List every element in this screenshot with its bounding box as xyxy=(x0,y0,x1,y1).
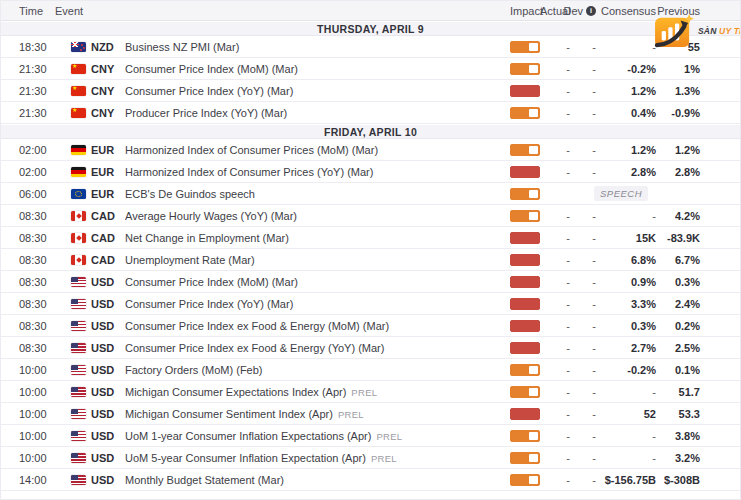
consensus-value: 1.2% xyxy=(596,144,656,156)
previous-value: $-308B xyxy=(656,474,700,486)
previous-value: -83.9K xyxy=(656,232,700,244)
impact-empty-segment xyxy=(529,190,538,198)
bar-chart-arrow-icon xyxy=(654,13,694,49)
consensus-value: 1.2% xyxy=(596,85,656,97)
previous-value: 2.5% xyxy=(656,342,700,354)
event-name: Consumer Price Index (YoY) (Mar) xyxy=(125,298,490,310)
event-row[interactable]: 10:00USDUoM 1-year Consumer Inflation Ex… xyxy=(1,425,740,447)
event-row[interactable]: 02:00EURHarmonized Index of Consumer Pri… xyxy=(1,139,740,161)
impact-high-indicator xyxy=(510,408,540,420)
previous-value: -0.9% xyxy=(656,107,700,119)
event-row[interactable]: 10:00USDMichigan Consumer Sentiment Inde… xyxy=(1,403,740,425)
event-row[interactable]: 08:30USDConsumer Price Index ex Food & E… xyxy=(1,315,740,337)
event-time: 10:00 xyxy=(19,452,55,464)
event-row[interactable]: 02:00EURHarmonized Index of Consumer Pri… xyxy=(1,161,740,183)
event-name-text: Unemployment Rate (Mar) xyxy=(125,254,255,266)
prel-badge: PREL xyxy=(371,453,397,464)
us-flag-icon xyxy=(71,365,86,375)
event-name: Michigan Consumer Expectations Index (Ap… xyxy=(125,386,490,398)
event-row[interactable]: 08:30USDConsumer Price Index (MoM) (Mar)… xyxy=(1,271,740,293)
previous-value: 53.3 xyxy=(656,408,700,420)
impact-high-indicator xyxy=(510,254,540,266)
impact-cell xyxy=(490,210,540,222)
actual-value: - xyxy=(540,474,570,486)
event-name: Business NZ PMI (Mar) xyxy=(125,41,490,53)
consensus-value: - xyxy=(596,430,656,442)
event-row[interactable]: 08:30CADUnemployment Rate (Mar)--6.8%6.7… xyxy=(1,249,740,271)
event-row[interactable]: 14:00USDMonthly Budget Statement (Mar)--… xyxy=(1,469,740,491)
consensus-value: 15K xyxy=(596,232,656,244)
impact-medium-indicator xyxy=(510,452,540,464)
event-name-text: ECB's De Guindos speech xyxy=(125,188,255,200)
info-icon[interactable]: i xyxy=(586,6,596,16)
event-time: 08:30 xyxy=(19,298,55,310)
event-name-text: Michigan Consumer Sentiment Index (Apr) xyxy=(125,408,333,420)
event-row[interactable]: 21:30CNYConsumer Price Index (MoM) (Mar)… xyxy=(1,58,740,80)
previous-value: 0.3% xyxy=(656,276,700,288)
previous-value: 6.7% xyxy=(656,254,700,266)
consensus-value: 2.8% xyxy=(596,166,656,178)
event-row[interactable]: 18:30NZDBusiness NZ PMI (Mar)---55 xyxy=(1,36,740,58)
event-name: UoM 5-year Consumer Inflation Expectatio… xyxy=(125,452,490,464)
previous-value: 3.8% xyxy=(656,430,700,442)
impact-empty-segment xyxy=(529,476,538,484)
col-header-consensus: Consensus xyxy=(596,5,656,17)
event-row[interactable]: 10:00USDMichigan Consumer Expectations I… xyxy=(1,381,740,403)
us-flag-icon xyxy=(71,343,86,353)
event-row[interactable]: 08:30CADAverage Hourly Wages (YoY) (Mar)… xyxy=(1,205,740,227)
event-row[interactable]: 21:30CNYConsumer Price Index (YoY) (Mar)… xyxy=(1,80,740,102)
event-name-text: Average Hourly Wages (YoY) (Mar) xyxy=(125,210,297,222)
event-row[interactable]: 10:00USDUoM 5-year Consumer Inflation Ex… xyxy=(1,447,740,469)
consensus-value: 0.9% xyxy=(596,276,656,288)
previous-value: 1.2% xyxy=(656,144,700,156)
dev-value: - xyxy=(570,144,596,156)
impact-medium-indicator xyxy=(510,474,540,486)
event-time: 10:00 xyxy=(19,430,55,442)
logo-text: SÀN UY TÍN xyxy=(698,26,741,36)
impact-cell xyxy=(490,298,540,310)
dev-value: - xyxy=(570,408,596,420)
us-flag-icon xyxy=(71,277,86,287)
consensus-value: - xyxy=(596,210,656,222)
actual-value: - xyxy=(540,63,570,75)
currency-code: USD xyxy=(91,452,123,464)
event-time: 10:00 xyxy=(19,408,55,420)
dev-value: - xyxy=(570,386,596,398)
event-row[interactable]: 21:30CNYProducer Price Index (YoY) (Mar)… xyxy=(1,102,740,124)
impact-cell xyxy=(490,144,540,156)
impact-high-indicator xyxy=(510,85,540,97)
col-header-event: Event xyxy=(55,5,490,17)
event-name-text: Consumer Price Index (YoY) (Mar) xyxy=(125,298,293,310)
previous-value: 2.4% xyxy=(656,298,700,310)
impact-cell xyxy=(490,41,540,53)
event-row[interactable]: 06:00EURECB's De Guindos speechSPEECH xyxy=(1,183,740,205)
impact-medium-indicator xyxy=(510,63,540,75)
nz-flag-icon xyxy=(71,42,86,52)
currency-code: CNY xyxy=(91,63,123,75)
actual-value: - xyxy=(540,430,570,442)
event-name-text: Business NZ PMI (Mar) xyxy=(125,41,239,53)
event-row[interactable]: 08:30USDConsumer Price Index (YoY) (Mar)… xyxy=(1,293,740,315)
event-time: 21:30 xyxy=(19,107,55,119)
actual-value: - xyxy=(540,107,570,119)
impact-cell xyxy=(490,364,540,376)
event-row[interactable]: 08:30USDConsumer Price Index ex Food & E… xyxy=(1,337,740,359)
impact-cell xyxy=(490,166,540,178)
currency-code: USD xyxy=(91,386,123,398)
event-row[interactable]: 08:30CADNet Change in Employment (Mar)--… xyxy=(1,227,740,249)
previous-value: 2.8% xyxy=(656,166,700,178)
us-flag-icon xyxy=(71,299,86,309)
previous-value: 1.3% xyxy=(656,85,700,97)
event-row[interactable]: 10:00USDFactory Orders (MoM) (Feb)---0.2… xyxy=(1,359,740,381)
event-time: 10:00 xyxy=(19,364,55,376)
event-name-text: Michigan Consumer Expectations Index (Ap… xyxy=(125,386,346,398)
consensus-value: 0.3% xyxy=(596,320,656,332)
consensus-value: - xyxy=(596,41,656,53)
impact-medium-indicator xyxy=(510,430,540,442)
event-name: Average Hourly Wages (YoY) (Mar) xyxy=(125,210,490,222)
impact-high-indicator xyxy=(510,342,540,354)
actual-value: - xyxy=(540,144,570,156)
currency-code: CNY xyxy=(91,85,123,97)
event-name-text: Consumer Price Index (YoY) (Mar) xyxy=(125,85,293,97)
event-time: 08:30 xyxy=(19,210,55,222)
